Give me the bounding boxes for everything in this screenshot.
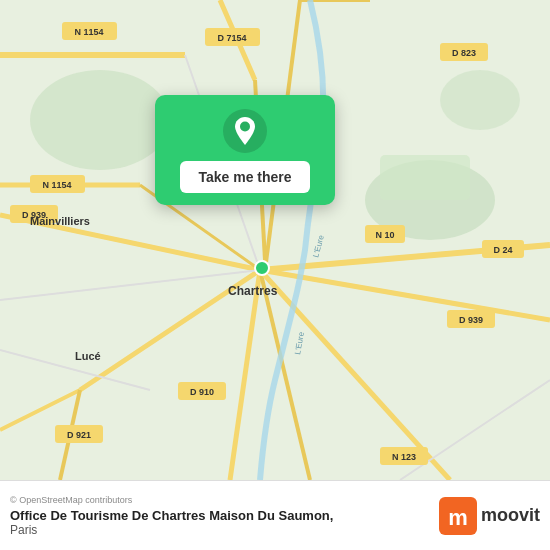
svg-point-52 [255,261,269,275]
svg-point-3 [440,70,520,130]
location-pin-icon [223,109,267,153]
svg-text:D 7154: D 7154 [217,33,246,43]
svg-text:D 24: D 24 [493,245,512,255]
place-info: © OpenStreetMap contributors Office De T… [10,495,429,537]
svg-point-54 [240,122,250,132]
location-popup: Take me there [155,95,335,205]
svg-text:Mainvilliers: Mainvilliers [30,215,90,227]
map-view: N 1154 N 1154 D 939 D 7154 D 823 N 10 D … [0,0,550,480]
moovit-logo: m moovit [439,497,540,535]
place-city: Paris [10,523,429,537]
svg-text:Lucé: Lucé [75,350,101,362]
svg-text:N 1154: N 1154 [42,180,71,190]
svg-text:N 123: N 123 [392,452,416,462]
svg-text:D 823: D 823 [452,48,476,58]
svg-text:N 1154: N 1154 [74,27,103,37]
svg-rect-4 [380,155,470,200]
place-name: Office De Tourisme De Chartres Maison Du… [10,508,429,523]
svg-text:m: m [448,505,468,530]
map-svg: N 1154 N 1154 D 939 D 7154 D 823 N 10 D … [0,0,550,480]
moovit-text: moovit [481,505,540,526]
svg-text:D 921: D 921 [67,430,91,440]
moovit-icon: m [439,497,477,535]
svg-text:N 10: N 10 [375,230,394,240]
bottom-info-bar: © OpenStreetMap contributors Office De T… [0,480,550,550]
take-me-there-button[interactable]: Take me there [180,161,309,193]
copyright-text: © OpenStreetMap contributors [10,495,429,505]
svg-point-2 [30,70,170,170]
svg-text:D 939: D 939 [459,315,483,325]
svg-text:D 910: D 910 [190,387,214,397]
svg-text:Chartres: Chartres [228,284,278,298]
